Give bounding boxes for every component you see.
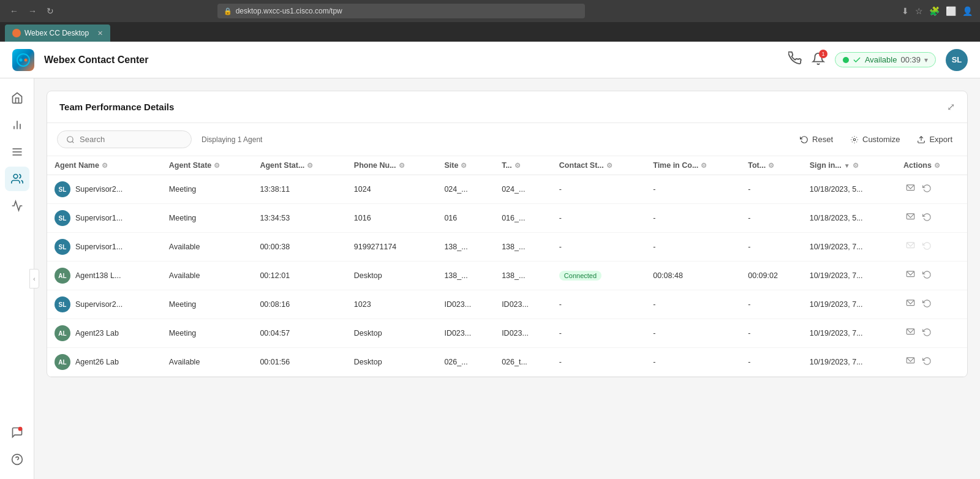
col-agent-status-settings[interactable]: ⚙ bbox=[307, 162, 313, 170]
window-icon[interactable]: ⬜ bbox=[946, 6, 956, 16]
send-message-btn[interactable] bbox=[903, 326, 918, 340]
cell-agent-state: Meeting bbox=[162, 175, 253, 204]
cell-sign-in: 10/18/2023, 5... bbox=[802, 175, 896, 204]
reskill-btn[interactable] bbox=[920, 211, 934, 225]
status-pill[interactable]: Available 00:39 ▾ bbox=[835, 52, 936, 67]
profile-icon[interactable]: 👤 bbox=[962, 6, 973, 16]
table-body: SL Supervisor2... Meeting 13:38:11 1024 … bbox=[47, 175, 967, 377]
cell-agent-state: Meeting bbox=[162, 319, 253, 348]
sidebar-item-menu[interactable] bbox=[5, 140, 29, 164]
send-message-btn[interactable] bbox=[903, 240, 918, 254]
back-btn[interactable]: ← bbox=[7, 5, 21, 17]
sidebar-item-analytics[interactable] bbox=[5, 113, 29, 137]
phone-icon[interactable] bbox=[788, 51, 802, 68]
col-agent-name-settings[interactable]: ⚙ bbox=[102, 162, 108, 170]
cell-agent-status: 00:08:16 bbox=[252, 290, 346, 319]
svg-point-14 bbox=[67, 136, 73, 141]
agent-name-text: Supervisor1... bbox=[75, 243, 123, 251]
col-team-settings[interactable]: ⚙ bbox=[514, 162, 521, 170]
user-avatar[interactable]: SL bbox=[946, 49, 968, 71]
cell-time-in-contact: - bbox=[646, 290, 741, 319]
cell-contact-state: - bbox=[552, 290, 646, 319]
sidebar: ‹ bbox=[0, 78, 34, 479]
col-time-in-contact: Time in Co... ⚙ bbox=[646, 156, 741, 175]
cell-site: ID023... bbox=[437, 319, 494, 348]
sidebar-item-home[interactable] bbox=[5, 86, 29, 110]
sidebar-item-waveform[interactable] bbox=[5, 194, 29, 218]
agent-name-text: Agent26 Lab bbox=[75, 358, 119, 366]
cell-phone-number: Desktop bbox=[347, 262, 437, 290]
app-logo bbox=[12, 49, 34, 71]
col-agent-state-settings[interactable]: ⚙ bbox=[214, 162, 220, 170]
reskill-btn[interactable] bbox=[920, 326, 934, 340]
table-row: SL Supervisor2... Meeting 00:08:16 1023 … bbox=[47, 290, 967, 319]
search-input[interactable] bbox=[80, 135, 178, 144]
chevron-down-icon: ▾ bbox=[924, 56, 928, 64]
reset-button[interactable]: Reset bbox=[795, 132, 838, 146]
contact-state-value: - bbox=[559, 329, 562, 338]
expand-icon[interactable]: ⤢ bbox=[947, 101, 955, 113]
sidebar-item-help[interactable] bbox=[5, 447, 29, 472]
reskill-btn[interactable] bbox=[920, 298, 934, 311]
contact-state-value: - bbox=[559, 185, 562, 194]
col-sign-in[interactable]: Sign in... ▼ ⚙ bbox=[802, 156, 896, 175]
col-agent-status: Agent Stat... ⚙ bbox=[252, 156, 346, 175]
address-bar[interactable]: 🔒 desktop.wxcc-us1.cisco.com/tpw bbox=[217, 4, 585, 18]
sort-arrow-icon: ▼ bbox=[844, 162, 850, 169]
tab-close-icon[interactable]: ✕ bbox=[97, 29, 103, 37]
cell-total: - bbox=[741, 233, 802, 262]
contact-state-value: - bbox=[559, 214, 562, 222]
extensions-icon[interactable]: 🧩 bbox=[929, 6, 940, 16]
agent-avatar: AL bbox=[55, 325, 70, 341]
svg-point-10 bbox=[13, 175, 18, 179]
sidebar-item-chat[interactable] bbox=[5, 420, 29, 445]
col-phone-settings[interactable]: ⚙ bbox=[399, 162, 405, 170]
agent-name-text: Supervisor2... bbox=[75, 300, 123, 309]
col-actions-settings[interactable]: ⚙ bbox=[934, 162, 940, 170]
forward-btn[interactable]: → bbox=[26, 5, 39, 17]
customize-button[interactable]: Customize bbox=[845, 132, 905, 146]
send-message-btn[interactable] bbox=[903, 211, 918, 225]
reskill-btn[interactable] bbox=[920, 355, 934, 369]
cell-total: - bbox=[741, 175, 802, 204]
app-title: Webex Contact Center bbox=[44, 55, 148, 66]
cell-sign-in: 10/19/2023, 7... bbox=[802, 233, 896, 262]
col-site-settings[interactable]: ⚙ bbox=[461, 162, 467, 170]
download-icon[interactable]: ⬇ bbox=[902, 6, 909, 16]
contact-state-badge: Connected bbox=[559, 271, 601, 281]
cell-site: 138_... bbox=[437, 262, 494, 290]
cell-actions bbox=[896, 319, 967, 348]
col-signin-settings[interactable]: ⚙ bbox=[853, 162, 859, 170]
col-time-settings[interactable]: ⚙ bbox=[701, 162, 707, 170]
refresh-btn[interactable]: ↻ bbox=[44, 5, 56, 17]
send-message-btn[interactable] bbox=[903, 269, 918, 282]
export-button[interactable]: Export bbox=[912, 132, 957, 146]
col-total: Tot... ⚙ bbox=[741, 156, 802, 175]
cell-contact-state: - bbox=[552, 233, 646, 262]
sidebar-item-team-performance[interactable] bbox=[5, 167, 29, 191]
app-header: Webex Contact Center 1 Available 00:39 ▾… bbox=[0, 42, 980, 78]
cell-agent-state: Available bbox=[162, 348, 253, 377]
reskill-btn[interactable] bbox=[920, 183, 934, 196]
cell-total: - bbox=[741, 319, 802, 348]
col-contact-settings[interactable]: ⚙ bbox=[606, 162, 612, 170]
cell-phone-number: Desktop bbox=[347, 319, 437, 348]
cell-site: 026_... bbox=[437, 348, 494, 377]
svg-point-3 bbox=[22, 56, 25, 59]
table-row: SL Supervisor1... Available 00:00:38 919… bbox=[47, 233, 967, 262]
star-icon[interactable]: ☆ bbox=[915, 6, 923, 16]
send-message-btn[interactable] bbox=[903, 355, 918, 369]
notification-bell[interactable]: 1 bbox=[812, 52, 825, 67]
send-message-btn[interactable] bbox=[903, 183, 918, 196]
sidebar-collapse-btn[interactable]: ‹ bbox=[29, 269, 39, 289]
active-tab[interactable]: Webex CC Desktop ✕ bbox=[5, 25, 110, 42]
col-total-settings[interactable]: ⚙ bbox=[768, 162, 774, 170]
search-box[interactable] bbox=[57, 130, 192, 148]
send-message-btn[interactable] bbox=[903, 298, 918, 311]
reskill-btn[interactable] bbox=[920, 269, 934, 282]
tab-label: Webex CC Desktop bbox=[24, 29, 89, 37]
col-site: Site ⚙ bbox=[437, 156, 494, 175]
cell-time-in-contact: - bbox=[646, 204, 741, 233]
cell-actions bbox=[896, 262, 967, 290]
reskill-btn[interactable] bbox=[920, 240, 934, 254]
